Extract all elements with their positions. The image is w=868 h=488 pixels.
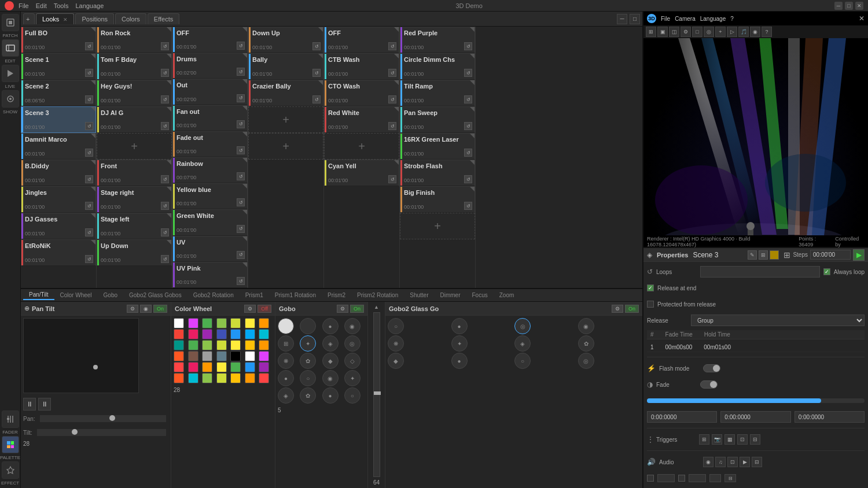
look-card-5-3[interactable]: Pan Sweep00:01'00↺ (400, 106, 475, 133)
look-card-refresh-5-4[interactable]: ↺ (464, 149, 472, 157)
look-card-5-6[interactable]: Big Finish00:01'00↺ (400, 186, 475, 213)
look-card-refresh-5-3[interactable]: ↺ (464, 122, 472, 130)
color-dot-6[interactable] (259, 318, 269, 328)
sidebar-effect[interactable] (2, 461, 19, 479)
color-dot-37[interactable] (202, 373, 212, 383)
v3d-btn-8[interactable]: ▷ (727, 27, 737, 37)
audio-btn-5[interactable]: ⊟ (752, 457, 762, 467)
look-card-refresh-2-1[interactable]: ↺ (237, 68, 245, 76)
v3d-btn-11[interactable]: ? (762, 27, 772, 37)
bottom-tab-8[interactable]: Prism2 Rotation (351, 291, 404, 300)
v3d-btn-5[interactable]: □ (692, 27, 703, 37)
color-dot-35[interactable] (174, 373, 184, 383)
v3d-btn-10[interactable]: ◉ (750, 27, 760, 37)
look-card-refresh-5-5[interactable]: ↺ (464, 175, 472, 183)
look-card-refresh-0-4[interactable]: ↺ (85, 149, 93, 157)
look-card-5-5[interactable]: Strobe Flash00:01'00↺ (400, 160, 475, 186)
look-card-3-0[interactable]: Down Up00:01'00↺ (248, 27, 323, 53)
gobo-on[interactable]: On (350, 305, 364, 313)
gobo-item-10[interactable]: ◆ (322, 353, 339, 369)
gobo-item-4[interactable]: ⊞ (278, 335, 294, 352)
gobo2-settings[interactable]: ⚙ (612, 305, 623, 313)
maximize-btn[interactable]: □ (845, 2, 853, 10)
look-card-0-2[interactable]: Scene 208:06'50↺ (21, 80, 96, 106)
sidebar-fader[interactable] (2, 411, 19, 428)
release-end-check[interactable] (647, 284, 654, 291)
gobo2-item-11[interactable]: ◎ (578, 353, 594, 369)
protected-check[interactable] (647, 301, 654, 308)
color-dot-30[interactable] (202, 362, 212, 372)
look-card-refresh-1-6[interactable]: ↺ (161, 202, 169, 210)
gobo2-item-1[interactable]: ● (451, 318, 468, 334)
audio-check-2[interactable] (678, 475, 685, 482)
color-dot-26[interactable] (245, 351, 255, 361)
menu-file[interactable]: File (19, 2, 29, 9)
bottom-tab-2[interactable]: Gobo (98, 291, 123, 300)
look-card-5-0[interactable]: Red Purple00:01'00↺ (400, 27, 475, 53)
props-edit-btn[interactable]: ✎ (748, 250, 757, 260)
look-card-refresh-2-9[interactable]: ↺ (237, 277, 245, 285)
color-dot-22[interactable] (188, 351, 198, 361)
tab-looks-close[interactable]: ✕ (63, 17, 68, 23)
look-card-refresh-3-0[interactable]: ↺ (312, 42, 321, 50)
look-card-2-0[interactable]: OFF00:01'00↺ (172, 27, 248, 53)
gobo2-item-6[interactable]: ◈ (514, 335, 531, 352)
gobo2-item-3[interactable]: ◉ (578, 318, 594, 334)
look-card-0-6[interactable]: Jingles00:01'00↺ (21, 186, 96, 213)
gobo-item-1[interactable] (300, 318, 316, 334)
v3d-file[interactable]: File (661, 16, 670, 22)
color-dot-0[interactable] (174, 318, 184, 328)
pan-slider[interactable] (40, 415, 166, 422)
look-card-4-3[interactable]: Red White00:01'00↺ (324, 106, 399, 133)
look-card-refresh-0-0[interactable]: ↺ (85, 42, 93, 50)
look-card-refresh-1-8[interactable]: ↺ (161, 255, 169, 263)
gobo-item-19[interactable]: ○ (344, 387, 361, 404)
pan-tilt-area[interactable] (23, 318, 139, 393)
look-card-refresh-3-1[interactable]: ↺ (312, 69, 321, 77)
color-dot-34[interactable] (259, 362, 269, 372)
look-card-refresh-2-3[interactable]: ↺ (237, 120, 245, 128)
bottom-tab-6[interactable]: Prism1 Rotation (269, 291, 322, 300)
gobo-item-9[interactable]: ✿ (300, 353, 316, 369)
look-card-refresh-2-8[interactable]: ↺ (237, 251, 245, 259)
look-card-1-8[interactable]: Up Down00:01'00↺ (97, 239, 172, 266)
look-card-2-9[interactable]: UV Pink00:01'00↺ (172, 262, 248, 288)
gobo-item-13[interactable]: ○ (300, 370, 316, 386)
bottom-tab-3[interactable]: Gobo2 Glass Gobos (123, 291, 187, 300)
tab-effects[interactable]: Effects (148, 13, 179, 24)
look-card-4-2[interactable]: CTO Wash00:01'00↺ (324, 80, 399, 106)
color-dot-40[interactable] (245, 373, 255, 383)
look-card-refresh-1-7[interactable]: ↺ (161, 228, 169, 236)
loops-input[interactable] (700, 266, 820, 278)
menu-language[interactable]: Language (75, 2, 104, 9)
gobo2-on[interactable]: On (625, 305, 639, 313)
look-card-add-4-4[interactable]: + (324, 133, 399, 160)
pan-tilt-cursor[interactable] (93, 365, 98, 369)
panel-max-btn[interactable]: □ (630, 14, 640, 24)
color-dot-7[interactable] (174, 329, 184, 339)
color-dot-14[interactable] (174, 340, 184, 350)
color-dot-15[interactable] (188, 340, 198, 350)
look-card-0-0[interactable]: Full BO00:01'00↺ (21, 27, 96, 53)
always-loop-check[interactable] (823, 268, 830, 275)
gobo-item-2[interactable]: ● (322, 318, 339, 334)
gobo2-item-2[interactable]: ◎ (514, 318, 531, 334)
steps-time-input[interactable] (810, 250, 851, 260)
look-card-0-5[interactable]: B.Diddy00:01'00↺ (21, 160, 96, 186)
look-card-refresh-1-1[interactable]: ↺ (161, 69, 169, 77)
props-color-btn[interactable] (770, 250, 779, 260)
look-card-refresh-4-5[interactable]: ↺ (388, 175, 396, 183)
steps-play-btn[interactable]: ▶ (853, 249, 865, 261)
look-card-refresh-2-5[interactable]: ↺ (237, 172, 245, 180)
look-card-0-3[interactable]: Scene 300:01'00↺ (21, 106, 96, 133)
color-dot-27[interactable] (259, 351, 269, 361)
bottom-tab-12[interactable]: Zoom (494, 291, 520, 300)
look-card-refresh-5-6[interactable]: ↺ (464, 202, 472, 210)
fade-val1[interactable] (647, 411, 717, 423)
look-card-add-3-4[interactable]: + (248, 133, 323, 160)
color-dot-29[interactable] (188, 362, 198, 372)
look-card-1-2[interactable]: Hey Guys!00:01'00↺ (97, 80, 172, 106)
trigger-btn-1[interactable]: ⊞ (699, 434, 709, 445)
gobo-item-17[interactable]: ✿ (300, 387, 316, 404)
color-dot-39[interactable] (230, 373, 241, 383)
